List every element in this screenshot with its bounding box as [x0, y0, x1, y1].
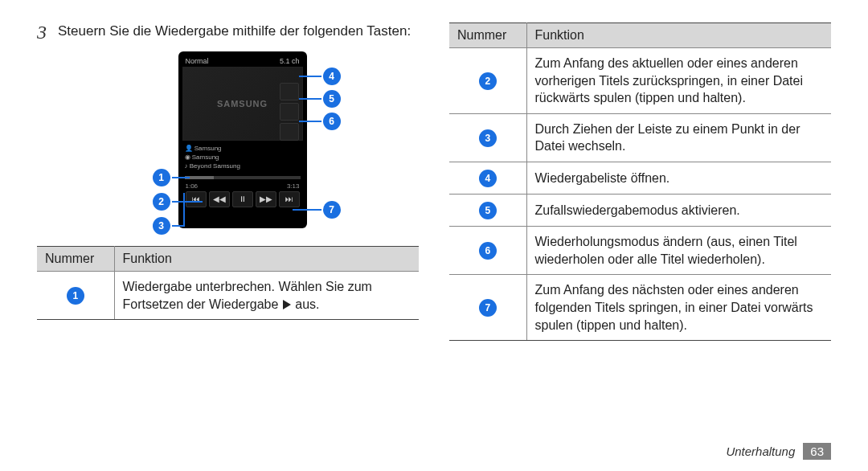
lead-line: [299, 76, 325, 77]
player-figure: Normal 5.1 ch SAMSUNG 👤 Samsung ◉ Sams: [92, 51, 365, 236]
table-header-row: Nummer Funktion: [37, 247, 419, 272]
next-icon: ⏭: [279, 191, 300, 207]
row-number-icon: 1: [67, 287, 84, 305]
lead-line: [170, 201, 203, 203]
right-function-table: Nummer Funktion 2 Zum Anfang des aktuell…: [449, 23, 831, 341]
album-line: ◉ Samsung: [185, 153, 303, 162]
callout-7: 7: [323, 201, 341, 219]
row-text: Zum Anfang des aktuellen oder eines ande…: [526, 48, 831, 114]
prev-icon: ⏮: [186, 191, 207, 207]
track-meta: 👤 Samsung ◉ Samsung ♪ Beyond Samsung: [182, 144, 303, 171]
callout-5: 5: [323, 90, 341, 108]
time-row: 1:06 3:13: [182, 182, 303, 190]
col-header-function: Funktion: [526, 23, 831, 48]
table-row: 1 Wiedergabe unterbrechen. Wählen Sie zu…: [37, 272, 419, 320]
row-text: Zufallswiedergabemodus aktivieren.: [526, 195, 831, 227]
table-row: 2 Zum Anfang des aktuellen oder eines an…: [449, 48, 831, 114]
table-header-row: Nummer Funktion: [449, 23, 831, 48]
lead-line: [170, 225, 183, 227]
left-function-table: Nummer Funktion 1 Wiedergabe unterbreche…: [37, 246, 419, 320]
channel-label: 5.1 ch: [280, 57, 300, 65]
callout-1: 1: [153, 169, 170, 186]
side-button-repeat-icon: [280, 123, 299, 141]
pause-icon: ⏸: [232, 191, 253, 207]
artist-text: Samsung: [194, 145, 222, 152]
lead-line: [299, 121, 325, 122]
left-column: 3 Steuern Sie die Wiedergabe mithilfe de…: [37, 23, 419, 426]
lead-line: [170, 177, 190, 178]
row-number-icon: 2: [479, 72, 497, 90]
row-number-icon: 7: [479, 299, 497, 317]
callout-2: 2: [153, 193, 170, 211]
eq-label: Normal: [186, 57, 209, 65]
lead-line: [183, 193, 185, 227]
row-text: Wiedergabe unterbrechen. Wählen Sie zum …: [114, 272, 419, 320]
album-art-text: SAMSUNG: [217, 99, 268, 109]
lead-line: [299, 98, 325, 100]
rewind-icon: ◀◀: [209, 191, 230, 207]
row-text-a: Wiedergabe unterbrechen. Wählen Sie zum …: [123, 280, 372, 311]
row-number-icon: 3: [479, 129, 497, 147]
progress-bar: [185, 176, 301, 179]
phone-top-bar: Normal 5.1 ch: [182, 55, 303, 67]
table-row: 6 Wiederholungsmodus ändern (aus, einen …: [449, 227, 831, 275]
section-name: Unterhaltung: [726, 444, 795, 458]
time-total: 3:13: [287, 182, 300, 190]
callout-4: 4: [323, 68, 341, 85]
track-text: Beyond Samsung: [190, 162, 240, 170]
transport-controls: ⏮ ◀◀ ⏸ ▶▶ ⏭: [182, 190, 303, 207]
callout-3: 3: [153, 217, 170, 235]
col-header-number: Nummer: [449, 23, 526, 48]
row-number-icon: 6: [479, 242, 497, 260]
album-text: Samsung: [192, 154, 219, 161]
lead-line: [293, 209, 325, 211]
step-text: Steuern Sie die Wiedergabe mithilfe der …: [58, 23, 411, 42]
instruction-step: 3 Steuern Sie die Wiedergabe mithilfe de…: [37, 23, 419, 42]
artist-line: 👤 Samsung: [185, 144, 303, 153]
table-row: 7 Zum Anfang des nächsten oder eines and…: [449, 275, 831, 341]
side-button-shuffle-icon: [280, 103, 299, 121]
callout-6: 6: [323, 113, 341, 130]
table-row: 4 Wiedergabeliste öffnen.: [449, 162, 831, 194]
table-row: 5 Zufallswiedergabemodus aktivieren.: [449, 195, 831, 227]
time-elapsed: 1:06: [186, 182, 199, 190]
page-number: 63: [803, 443, 831, 460]
col-header-function: Funktion: [114, 247, 419, 272]
forward-icon: ▶▶: [256, 191, 276, 207]
table-row: 3 Durch Ziehen der Leiste zu einem Punkt…: [449, 113, 831, 162]
side-buttons: [280, 83, 299, 141]
row-text: Zum Anfang des nächsten oder eines ander…: [526, 275, 831, 341]
page: 3 Steuern Sie die Wiedergabe mithilfe de…: [0, 0, 868, 471]
row-text-b: aus.: [292, 297, 320, 311]
row-text: Durch Ziehen der Leiste zu einem Punkt i…: [526, 113, 831, 162]
step-number: 3: [37, 23, 47, 42]
play-icon: [283, 300, 291, 309]
row-text: Wiedergabeliste öffnen.: [526, 162, 831, 194]
row-number-icon: 4: [479, 170, 497, 187]
row-number-icon: 5: [479, 202, 497, 219]
track-line: ♪ Beyond Samsung: [185, 162, 303, 170]
right-column: Nummer Funktion 2 Zum Anfang des aktuell…: [449, 23, 831, 426]
col-header-number: Nummer: [37, 247, 114, 272]
page-footer: Unterhaltung 63: [726, 443, 831, 460]
row-text: Wiederholungsmodus ändern (aus, einen Ti…: [526, 227, 831, 275]
side-button-list-icon: [280, 83, 299, 100]
